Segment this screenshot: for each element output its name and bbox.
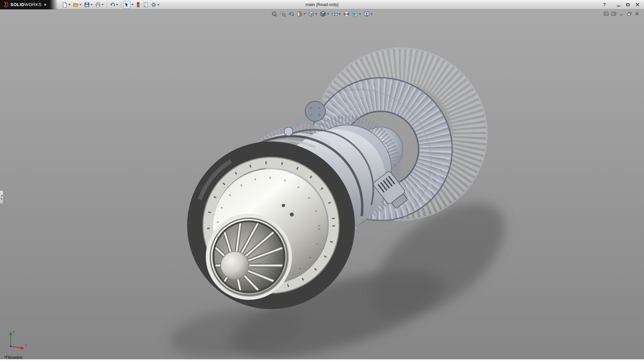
toolbar-separator [107, 2, 107, 8]
print-button[interactable] [94, 1, 105, 9]
chevron-right-icon [1, 198, 2, 200]
restore-document-button[interactable] [626, 11, 632, 16]
chevron-down-icon[interactable] [304, 13, 306, 15]
window-controls: ? [600, 1, 644, 8]
chevron-down-icon[interactable] [157, 4, 159, 5]
chevron-down-icon[interactable] [79, 4, 82, 5]
open-button[interactable] [72, 1, 83, 9]
float-window-icon [604, 12, 608, 16]
brand-name: SOLIDWORKS [10, 2, 42, 7]
zoom-to-area-icon [279, 11, 286, 17]
triad-y-label: Y [13, 330, 15, 334]
options-gear-icon [151, 2, 157, 8]
window-titlebar[interactable]: SOLIDWORKS [0, 0, 644, 9]
chevron-left-icon [1, 195, 2, 197]
solidworks-menu[interactable]: SOLIDWORKS [0, 0, 50, 9]
glasses-icon [331, 11, 338, 17]
maximize-button[interactable] [624, 1, 632, 8]
apply-scene-button[interactable] [351, 10, 362, 18]
jet-engine-model[interactable] [0, 9, 644, 359]
heads-up-view-toolbar [0, 10, 644, 18]
help-button[interactable]: ? [600, 1, 608, 8]
triad-x-label: X [25, 344, 27, 348]
chevron-down-icon[interactable] [68, 4, 70, 5]
solidworks-window: SOLIDWORKS [0, 0, 644, 362]
save-button[interactable] [83, 1, 94, 9]
print-icon [95, 2, 101, 8]
graphics-area[interactable]: Y X *Dimetric [0, 9, 644, 359]
chevron-down-icon[interactable] [359, 13, 361, 15]
close-document-button[interactable] [634, 11, 640, 16]
section-view-button[interactable] [296, 10, 307, 18]
section-view-icon [296, 11, 303, 17]
scene-globe-icon [352, 11, 358, 17]
brand-fade [50, 0, 58, 9]
minimize-document-button[interactable] [619, 11, 625, 16]
chevron-down-icon[interactable] [91, 4, 93, 5]
chevron-down-icon[interactable] [116, 4, 118, 5]
edit-appearance-button[interactable] [343, 10, 350, 18]
undo-arrow-icon [109, 2, 115, 8]
zoom-to-fit-button[interactable] [271, 10, 278, 18]
view-orientation-cube-icon [308, 11, 315, 17]
feature-panel-handle[interactable] [0, 190, 3, 204]
chevron-down-icon[interactable] [371, 13, 373, 15]
minimize-button[interactable] [614, 1, 623, 8]
expand-window-button[interactable] [611, 11, 617, 16]
previous-view-icon [288, 11, 294, 17]
new-document-icon [62, 2, 68, 8]
close-icon [636, 3, 639, 6]
appearance-ball-icon [343, 11, 350, 17]
chevron-down-icon[interactable] [315, 13, 317, 15]
expand-window-icon [611, 12, 616, 16]
document-window-controls [603, 11, 640, 16]
window-title: main [Read-only] [306, 0, 338, 9]
solidworks-logo-icon [3, 2, 9, 8]
float-window-button[interactable] [603, 11, 609, 16]
undo-button[interactable] [109, 1, 119, 9]
display-style-button[interactable] [319, 10, 330, 18]
minimize-icon [617, 6, 620, 6]
status-bar [0, 359, 644, 362]
view-orientation-label: *Dimetric [4, 355, 23, 359]
toolbar-separator [121, 2, 121, 8]
view-orientation-button[interactable] [308, 10, 318, 18]
orientation-triad: Y X [5, 327, 28, 350]
close-button[interactable] [633, 1, 641, 8]
select-button[interactable] [123, 1, 130, 9]
new-document-button[interactable] [61, 1, 72, 9]
chevron-down-icon[interactable] [327, 13, 329, 15]
red-green-indicator-icon [135, 2, 141, 8]
hide-show-items-button[interactable] [331, 10, 342, 18]
chevron-down-icon[interactable] [102, 4, 104, 5]
restore-document-icon [627, 12, 632, 16]
rebuild-indicator-button[interactable] [135, 1, 142, 9]
file-properties-button[interactable] [142, 1, 150, 9]
save-floppy-icon [84, 2, 90, 8]
close-document-icon [635, 12, 639, 16]
chevron-down-icon[interactable] [339, 13, 341, 15]
previous-view-button[interactable] [287, 10, 295, 18]
zoom-to-fit-icon [271, 11, 278, 17]
chevron-down-icon[interactable] [131, 4, 133, 5]
zoom-to-area-button[interactable] [279, 10, 286, 18]
select-cursor-icon [124, 2, 130, 8]
main-toolbar [61, 0, 161, 9]
display-style-icon [320, 11, 326, 17]
minimize-document-icon [620, 12, 624, 16]
maximize-icon [626, 3, 630, 6]
options-button[interactable] [150, 1, 161, 9]
view-settings-icon [363, 11, 370, 17]
menu-expand-arrow-icon[interactable] [45, 3, 46, 6]
file-properties-icon [143, 2, 149, 8]
view-settings-button[interactable] [363, 10, 374, 18]
open-folder-icon [73, 2, 79, 8]
